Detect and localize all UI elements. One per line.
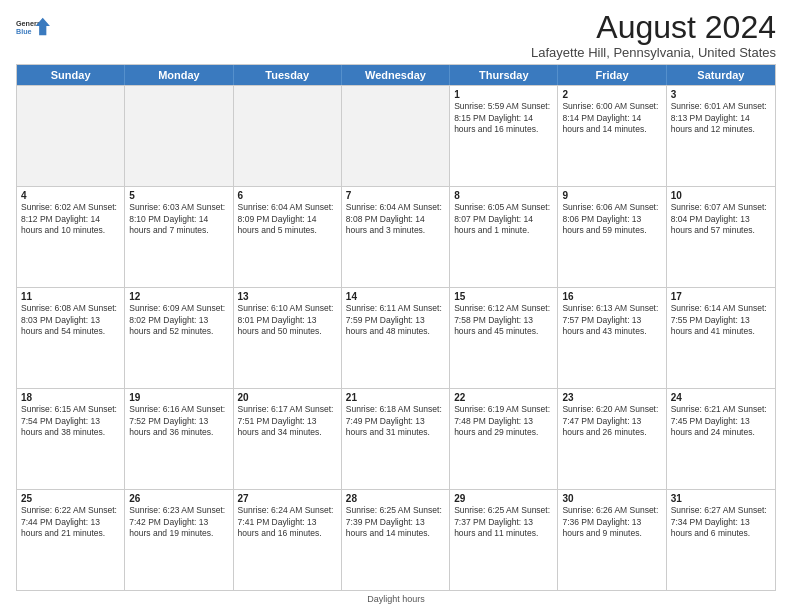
cal-week-row: 1Sunrise: 5:59 AM Sunset: 8:15 PM Daylig… xyxy=(17,85,775,186)
page: GeneralBlue August 2024 Lafayette Hill, … xyxy=(0,0,792,612)
cal-cell: 3Sunrise: 6:01 AM Sunset: 8:13 PM Daylig… xyxy=(667,86,775,186)
day-number: 14 xyxy=(346,291,445,302)
header: GeneralBlue August 2024 Lafayette Hill, … xyxy=(16,10,776,60)
logo-icon: GeneralBlue xyxy=(16,10,52,46)
day-number: 2 xyxy=(562,89,661,100)
cell-info: Sunrise: 6:09 AM Sunset: 8:02 PM Dayligh… xyxy=(129,303,228,337)
cell-info: Sunrise: 6:25 AM Sunset: 7:39 PM Dayligh… xyxy=(346,505,445,539)
cal-cell: 23Sunrise: 6:20 AM Sunset: 7:47 PM Dayli… xyxy=(558,389,666,489)
day-number: 3 xyxy=(671,89,771,100)
cal-cell: 21Sunrise: 6:18 AM Sunset: 7:49 PM Dayli… xyxy=(342,389,450,489)
cell-info: Sunrise: 6:15 AM Sunset: 7:54 PM Dayligh… xyxy=(21,404,120,438)
cal-cell: 6Sunrise: 6:04 AM Sunset: 8:09 PM Daylig… xyxy=(234,187,342,287)
day-number: 26 xyxy=(129,493,228,504)
calendar-header: SundayMondayTuesdayWednesdayThursdayFrid… xyxy=(17,65,775,85)
day-number: 4 xyxy=(21,190,120,201)
cal-cell: 26Sunrise: 6:23 AM Sunset: 7:42 PM Dayli… xyxy=(125,490,233,590)
cal-cell: 18Sunrise: 6:15 AM Sunset: 7:54 PM Dayli… xyxy=(17,389,125,489)
day-number: 20 xyxy=(238,392,337,403)
day-number: 11 xyxy=(21,291,120,302)
cell-info: Sunrise: 6:18 AM Sunset: 7:49 PM Dayligh… xyxy=(346,404,445,438)
cell-info: Sunrise: 6:23 AM Sunset: 7:42 PM Dayligh… xyxy=(129,505,228,539)
cell-info: Sunrise: 6:01 AM Sunset: 8:13 PM Dayligh… xyxy=(671,101,771,135)
day-number: 31 xyxy=(671,493,771,504)
cal-cell: 27Sunrise: 6:24 AM Sunset: 7:41 PM Dayli… xyxy=(234,490,342,590)
cal-cell: 30Sunrise: 6:26 AM Sunset: 7:36 PM Dayli… xyxy=(558,490,666,590)
cal-cell: 12Sunrise: 6:09 AM Sunset: 8:02 PM Dayli… xyxy=(125,288,233,388)
cell-info: Sunrise: 6:13 AM Sunset: 7:57 PM Dayligh… xyxy=(562,303,661,337)
cell-info: Sunrise: 6:08 AM Sunset: 8:03 PM Dayligh… xyxy=(21,303,120,337)
cell-info: Sunrise: 6:03 AM Sunset: 8:10 PM Dayligh… xyxy=(129,202,228,236)
day-number: 17 xyxy=(671,291,771,302)
cal-week-row: 18Sunrise: 6:15 AM Sunset: 7:54 PM Dayli… xyxy=(17,388,775,489)
cal-header-day: Wednesday xyxy=(342,65,450,85)
day-number: 23 xyxy=(562,392,661,403)
cell-info: Sunrise: 6:22 AM Sunset: 7:44 PM Dayligh… xyxy=(21,505,120,539)
cal-cell xyxy=(17,86,125,186)
cal-cell: 10Sunrise: 6:07 AM Sunset: 8:04 PM Dayli… xyxy=(667,187,775,287)
cell-info: Sunrise: 6:11 AM Sunset: 7:59 PM Dayligh… xyxy=(346,303,445,337)
svg-text:Blue: Blue xyxy=(16,27,32,36)
cell-info: Sunrise: 6:26 AM Sunset: 7:36 PM Dayligh… xyxy=(562,505,661,539)
cal-header-day: Thursday xyxy=(450,65,558,85)
day-number: 12 xyxy=(129,291,228,302)
cell-info: Sunrise: 6:04 AM Sunset: 8:09 PM Dayligh… xyxy=(238,202,337,236)
cell-info: Sunrise: 6:05 AM Sunset: 8:07 PM Dayligh… xyxy=(454,202,553,236)
cell-info: Sunrise: 6:19 AM Sunset: 7:48 PM Dayligh… xyxy=(454,404,553,438)
cal-cell: 14Sunrise: 6:11 AM Sunset: 7:59 PM Dayli… xyxy=(342,288,450,388)
cal-cell: 22Sunrise: 6:19 AM Sunset: 7:48 PM Dayli… xyxy=(450,389,558,489)
cal-cell xyxy=(342,86,450,186)
cal-week-row: 11Sunrise: 6:08 AM Sunset: 8:03 PM Dayli… xyxy=(17,287,775,388)
footer-note: Daylight hours xyxy=(16,591,776,606)
cal-cell: 2Sunrise: 6:00 AM Sunset: 8:14 PM Daylig… xyxy=(558,86,666,186)
cal-header-day: Monday xyxy=(125,65,233,85)
cal-cell: 28Sunrise: 6:25 AM Sunset: 7:39 PM Dayli… xyxy=(342,490,450,590)
cal-cell: 13Sunrise: 6:10 AM Sunset: 8:01 PM Dayli… xyxy=(234,288,342,388)
cal-cell xyxy=(234,86,342,186)
cal-header-day: Sunday xyxy=(17,65,125,85)
day-number: 13 xyxy=(238,291,337,302)
logo: GeneralBlue xyxy=(16,10,52,46)
cal-cell: 29Sunrise: 6:25 AM Sunset: 7:37 PM Dayli… xyxy=(450,490,558,590)
cell-info: Sunrise: 5:59 AM Sunset: 8:15 PM Dayligh… xyxy=(454,101,553,135)
cell-info: Sunrise: 6:10 AM Sunset: 8:01 PM Dayligh… xyxy=(238,303,337,337)
title-block: August 2024 Lafayette Hill, Pennsylvania… xyxy=(531,10,776,60)
day-number: 1 xyxy=(454,89,553,100)
cal-cell: 24Sunrise: 6:21 AM Sunset: 7:45 PM Dayli… xyxy=(667,389,775,489)
calendar: SundayMondayTuesdayWednesdayThursdayFrid… xyxy=(16,64,776,591)
day-number: 28 xyxy=(346,493,445,504)
day-number: 8 xyxy=(454,190,553,201)
day-number: 19 xyxy=(129,392,228,403)
cell-info: Sunrise: 6:14 AM Sunset: 7:55 PM Dayligh… xyxy=(671,303,771,337)
day-number: 15 xyxy=(454,291,553,302)
cal-cell: 4Sunrise: 6:02 AM Sunset: 8:12 PM Daylig… xyxy=(17,187,125,287)
cell-info: Sunrise: 6:20 AM Sunset: 7:47 PM Dayligh… xyxy=(562,404,661,438)
cell-info: Sunrise: 6:04 AM Sunset: 8:08 PM Dayligh… xyxy=(346,202,445,236)
cal-cell: 25Sunrise: 6:22 AM Sunset: 7:44 PM Dayli… xyxy=(17,490,125,590)
cal-header-day: Saturday xyxy=(667,65,775,85)
day-number: 30 xyxy=(562,493,661,504)
cell-info: Sunrise: 6:12 AM Sunset: 7:58 PM Dayligh… xyxy=(454,303,553,337)
cal-cell: 8Sunrise: 6:05 AM Sunset: 8:07 PM Daylig… xyxy=(450,187,558,287)
cal-cell: 16Sunrise: 6:13 AM Sunset: 7:57 PM Dayli… xyxy=(558,288,666,388)
cal-cell: 9Sunrise: 6:06 AM Sunset: 8:06 PM Daylig… xyxy=(558,187,666,287)
cal-header-day: Friday xyxy=(558,65,666,85)
cal-cell: 1Sunrise: 5:59 AM Sunset: 8:15 PM Daylig… xyxy=(450,86,558,186)
cal-cell: 17Sunrise: 6:14 AM Sunset: 7:55 PM Dayli… xyxy=(667,288,775,388)
cell-info: Sunrise: 6:02 AM Sunset: 8:12 PM Dayligh… xyxy=(21,202,120,236)
cal-cell: 19Sunrise: 6:16 AM Sunset: 7:52 PM Dayli… xyxy=(125,389,233,489)
day-number: 16 xyxy=(562,291,661,302)
day-number: 22 xyxy=(454,392,553,403)
day-number: 29 xyxy=(454,493,553,504)
cal-header-day: Tuesday xyxy=(234,65,342,85)
cal-cell: 7Sunrise: 6:04 AM Sunset: 8:08 PM Daylig… xyxy=(342,187,450,287)
cal-cell: 31Sunrise: 6:27 AM Sunset: 7:34 PM Dayli… xyxy=(667,490,775,590)
cal-cell: 20Sunrise: 6:17 AM Sunset: 7:51 PM Dayli… xyxy=(234,389,342,489)
day-number: 10 xyxy=(671,190,771,201)
cell-info: Sunrise: 6:24 AM Sunset: 7:41 PM Dayligh… xyxy=(238,505,337,539)
day-number: 7 xyxy=(346,190,445,201)
cal-cell xyxy=(125,86,233,186)
cal-week-row: 25Sunrise: 6:22 AM Sunset: 7:44 PM Dayli… xyxy=(17,489,775,590)
cal-cell: 11Sunrise: 6:08 AM Sunset: 8:03 PM Dayli… xyxy=(17,288,125,388)
cal-cell: 15Sunrise: 6:12 AM Sunset: 7:58 PM Dayli… xyxy=(450,288,558,388)
